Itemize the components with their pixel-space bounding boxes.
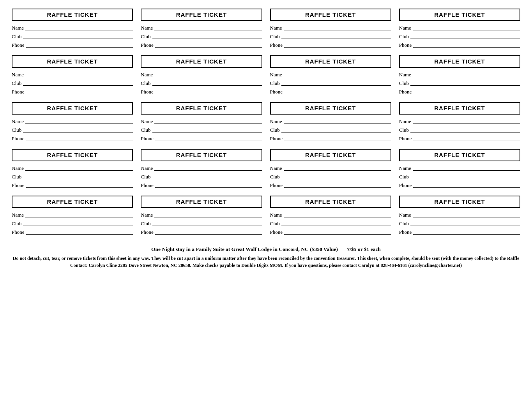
club-field: Club <box>12 34 133 40</box>
phone-underline <box>26 47 133 48</box>
ticket-4-2: RAFFLE TICKET Name Club Phone <box>137 147 266 194</box>
footer-section: One Night stay in a Family Suite at Grea… <box>8 245 524 269</box>
name-underline <box>25 30 133 30</box>
ticket-4-3: RAFFLE TICKET Name Club Phone <box>266 147 395 194</box>
ticket-5-1: RAFFLE TICKET Name Club Phone <box>8 194 137 241</box>
ticket-1-4: RAFFLE TICKET Name Club Phone <box>395 7 524 54</box>
ticket-2-3: RAFFLE TICKET Name Club Phone <box>266 54 395 101</box>
ticket-1-3: RAFFLE TICKET Name Club Phone <box>266 7 395 54</box>
ticket-1-2: RAFFLE TICKET Name Club Phone <box>137 7 266 54</box>
ticket-3-3: RAFFLE TICKET Name Club Phone <box>266 101 395 147</box>
ticket-4-1: RAFFLE TICKET Name Club Phone <box>8 147 137 194</box>
footer-note: Do not detach, cut, tear, or remove tick… <box>8 255 524 269</box>
name-label: Name <box>12 25 24 31</box>
footer-prize-line: One Night stay in a Family Suite at Grea… <box>8 246 524 252</box>
club-label: Club <box>12 34 21 40</box>
ticket-5-2: RAFFLE TICKET Name Club Phone <box>137 194 266 241</box>
ticket-5-3: RAFFLE TICKET Name Club Phone <box>266 194 395 241</box>
tickets-grid: RAFFLE TICKET Name Club Phone RAFFLE TIC… <box>8 7 524 241</box>
phone-label: Phone <box>12 42 25 48</box>
ticket-4-4: RAFFLE TICKET Name Club Phone <box>395 147 524 194</box>
footer-price-text: 7/$5 or $1 each <box>347 246 381 252</box>
ticket-1-1: RAFFLE TICKET Name Club Phone <box>8 7 137 54</box>
phone-field: Phone <box>12 42 133 48</box>
ticket-5-4: RAFFLE TICKET Name Club Phone <box>395 194 524 241</box>
name-field: Name <box>12 25 133 31</box>
ticket-title: RAFFLE TICKET <box>47 11 98 18</box>
club-underline <box>23 39 133 39</box>
ticket-2-1: RAFFLE TICKET Name Club Phone <box>8 54 137 101</box>
ticket-2-2: RAFFLE TICKET Name Club Phone <box>137 54 266 101</box>
ticket-3-1: RAFFLE TICKET Name Club Phone <box>8 101 137 147</box>
footer-prize-text: One Night stay in a Family Suite at Grea… <box>151 246 338 252</box>
ticket-title-box: RAFFLE TICKET <box>12 9 133 21</box>
ticket-2-4: RAFFLE TICKET Name Club Phone <box>395 54 524 101</box>
ticket-3-2: RAFFLE TICKET Name Club Phone <box>137 101 266 147</box>
ticket-3-4: RAFFLE TICKET Name Club Phone <box>395 101 524 147</box>
